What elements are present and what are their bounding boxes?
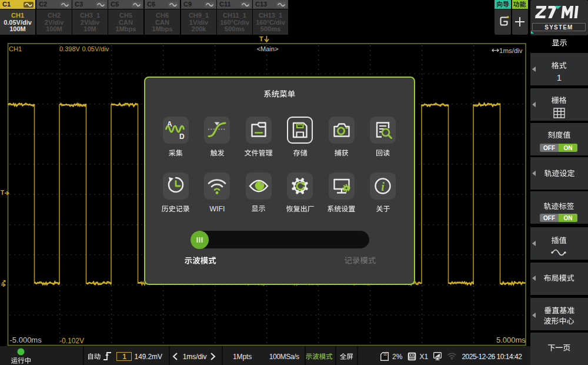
svg-text:SD: SD — [383, 353, 387, 356]
svg-text:D: D — [179, 132, 185, 141]
svg-text:i: i — [381, 180, 385, 193]
